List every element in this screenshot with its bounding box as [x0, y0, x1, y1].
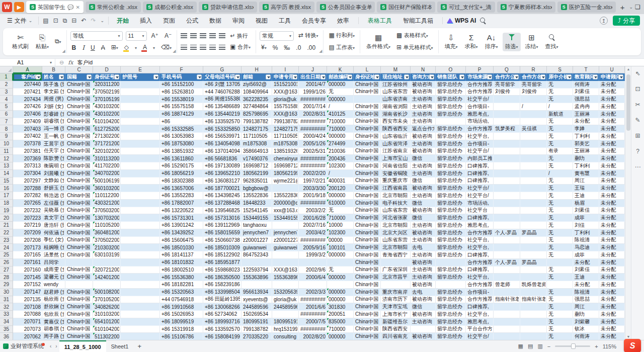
cell-M16[interactable]: 江西省南昌 — [381, 185, 411, 192]
cell-I24[interactable]: guiwanwei — [272, 244, 299, 251]
cell-R21[interactable] — [520, 222, 547, 229]
cell-N4[interactable]: 主动咨询 — [411, 96, 436, 103]
cell-N33[interactable]: 被动咨询 — [411, 311, 436, 318]
cell-S27[interactable]: 无 — [547, 267, 573, 274]
column-header-A[interactable]: A — [13, 66, 42, 73]
cell-B35[interactable]: 胡春琪 (女 — [42, 326, 65, 333]
cell-E22[interactable] — [121, 229, 160, 237]
cell-B30[interactable]: 赵君婷 (女 — [42, 289, 65, 296]
cell-P26[interactable]: 合作方推荐 — [466, 259, 494, 267]
cell-O28[interactable]: 留学总经办 — [436, 274, 466, 281]
cell-G13[interactable]: +86 1971300890 — [203, 162, 242, 170]
cell-G12[interactable]: +86 56681836 — [203, 155, 242, 162]
cell-A29[interactable]: 207152 — [13, 281, 42, 289]
cell-L23[interactable]: China中国 — [354, 237, 381, 244]
column-header-K[interactable]: K — [327, 66, 354, 73]
cell-D12[interactable]: 310113200211152925 — [93, 155, 121, 162]
cell-U34[interactable]: 未分配 — [599, 318, 625, 326]
cell-M11[interactable]: 江苏省南京 — [381, 148, 411, 155]
cell-H7[interactable]: 799138782 — [242, 118, 272, 126]
cell-U31[interactable]: 未分配 — [599, 296, 625, 304]
cell-Q29[interactable]: 曾老师 — [494, 281, 520, 289]
cell-G6[interactable]: +86 1354402198 — [203, 111, 242, 118]
tab-efficiency[interactable]: 效率 — [332, 16, 354, 26]
cell-D33[interactable]: 310103200212255069 — [93, 311, 121, 318]
cell-Q36[interactable] — [494, 333, 520, 340]
doc-tab[interactable]: S成都公积金.xlsx — [143, 2, 197, 13]
cell-E15[interactable] — [121, 178, 160, 185]
cell-B8[interactable]: 冯一博 (男 — [42, 125, 65, 133]
cell-P28[interactable]: 社交平台, — [466, 274, 494, 281]
cell-E14[interactable] — [121, 170, 160, 178]
cell-G29[interactable]: +86 1582391866 — [203, 281, 242, 289]
cell-D10[interactable]: 371721200501264452 — [93, 140, 121, 148]
cell-O19[interactable]: 留学总经办 — [436, 207, 466, 215]
cell-M7[interactable]: 西安市未央 — [381, 118, 411, 126]
cell-P30[interactable]: 合作项目- — [466, 289, 494, 296]
cell-Q5[interactable] — [494, 103, 520, 111]
cell-R18[interactable] — [520, 200, 547, 207]
cell-O22[interactable]: 留学总经办 — [436, 229, 466, 237]
cell-M21[interactable]: 北京市朝阳 — [381, 222, 411, 229]
row-header-27[interactable]: 27 — [0, 267, 13, 274]
cell-H36[interactable]: 270335220 — [242, 333, 272, 340]
filter-dropdown-icon-R[interactable] — [540, 74, 545, 79]
cell-R6[interactable] — [520, 111, 547, 118]
cell-O26[interactable] — [436, 259, 466, 267]
cell-T36[interactable]: 何雨涛 — [573, 333, 599, 340]
scrollbar-thumb[interactable] — [626, 74, 630, 131]
header-cell-M1[interactable]: 现住地址 — [381, 73, 411, 81]
cell-H31[interactable]: xyevents@ — [242, 296, 272, 304]
row-header-15[interactable]: 15 — [0, 178, 13, 185]
cell-U26[interactable]: 未分配 — [599, 259, 625, 267]
cell-style-button[interactable]: ⊞ 单元格样式▾ — [395, 43, 434, 53]
wps-ai-button[interactable]: WPS AI — [447, 17, 476, 24]
cell-H6[interactable]: 825798695 — [242, 111, 272, 118]
currency-button[interactable]: ¥▾ — [260, 43, 268, 53]
cell-U20[interactable]: 未分配 — [599, 214, 625, 222]
row-header-25[interactable]: 25 — [0, 251, 13, 259]
wps-floating-logo[interactable]: S — [624, 339, 641, 352]
cell-N3[interactable]: 被动咨询 — [411, 89, 436, 96]
cell-T27[interactable]: 刘素佳 — [573, 267, 599, 274]
doc-tab[interactable]: S高学历 教授.xlsx — [259, 2, 314, 13]
zoom-slider[interactable] — [555, 345, 590, 347]
cell-D31[interactable]: 370105200210270824 — [93, 296, 121, 304]
align-top-icon[interactable] — [181, 33, 187, 38]
cell-C21[interactable]: China中国 — [65, 222, 93, 229]
cell-D21[interactable]: 110105200207165451 — [93, 222, 121, 229]
cell-P11[interactable]: 社交平台/ — [466, 148, 494, 155]
clear-format-button[interactable]: ⌫▾ — [159, 43, 173, 53]
cell-M33[interactable]: 上海市长宁 — [381, 311, 411, 318]
cell-J21[interactable]: 2002/7/16 — [299, 222, 327, 229]
cell-R17[interactable] — [520, 192, 547, 200]
cell-S35[interactable]: 无 — [547, 326, 573, 333]
cell-A21[interactable]: 207219 — [13, 222, 42, 229]
header-cell-U1[interactable]: 申请顾问 — [599, 73, 625, 81]
cell-K14[interactable]: / — [327, 170, 354, 178]
tab-formula[interactable]: 公式 — [181, 16, 203, 26]
filter-dropdown-icon-D[interactable] — [114, 74, 119, 79]
cell-D3[interactable]: 370502199901260083 — [93, 89, 121, 96]
cell-C17[interactable]: China中国 — [65, 192, 93, 200]
cell-A11[interactable]: 207381 — [13, 148, 42, 155]
cell-K5[interactable]: / — [327, 103, 354, 111]
cell-P3[interactable]: 合作方推荐 — [466, 89, 494, 96]
cell-F13[interactable]: +86 15290175 — [160, 162, 203, 170]
undo-icon[interactable]: ↶ — [81, 17, 86, 24]
cell-T4[interactable]: 强思喆 — [573, 96, 599, 103]
zoom-in-icon[interactable]: + — [595, 343, 598, 349]
cell-N16[interactable]: 被动咨询 — [411, 185, 436, 192]
cell-H12[interactable]: v17490376 — [242, 155, 272, 162]
cell-R24[interactable] — [520, 244, 547, 251]
cell-A14[interactable]: 207304 — [13, 170, 42, 178]
cell-G11[interactable]: +86 1370140948 — [203, 148, 242, 155]
cell-A3[interactable]: 207421 — [13, 89, 42, 96]
cell-S6[interactable]: 新航道 — [547, 111, 573, 118]
cell-T5[interactable]: 孟冉冉 — [573, 103, 599, 111]
comment-icon[interactable]: 💬 — [67, 5, 73, 10]
cell-L24[interactable]: China中国 — [354, 244, 381, 251]
name-box[interactable]: A1 ▾ — [0, 59, 55, 66]
cell-S7[interactable]: 无 — [547, 118, 573, 126]
cell-T13[interactable]: 丁利利 — [573, 162, 599, 170]
